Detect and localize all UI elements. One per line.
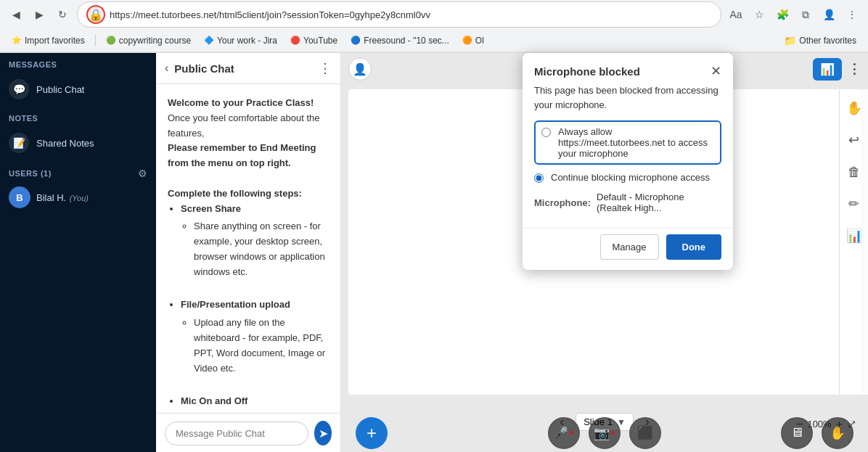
done-button[interactable]: Done (666, 234, 722, 260)
users-header: USERS (1) ⚙ (0, 160, 156, 182)
radio-block[interactable] (534, 173, 544, 183)
screen-share-button[interactable]: ⬛ (629, 417, 661, 449)
dialog-close-button[interactable]: ✕ (711, 63, 721, 79)
pen-button[interactable]: ✏ (843, 192, 866, 215)
send-button[interactable]: ➤ (314, 421, 332, 445)
fav-label: Freesound - "10 sec... (364, 36, 449, 46)
chat-input-area: ➤ (156, 413, 340, 452)
notes-section-label: NOTES (0, 107, 156, 126)
notes-icon: 📝 (9, 133, 29, 153)
users-label: USERS (1) (9, 169, 52, 178)
messages-section-label: MESSAGES (0, 53, 156, 72)
dialog-header: Microphone blocked ✕ (523, 53, 733, 83)
chat-panel: ‹ Public Chat ⋮ Welcome to your Practice… (156, 53, 341, 452)
youtube-icon: 🔴 (290, 36, 300, 46)
microphone-blocked-dialog: Microphone blocked ✕ This page has been … (523, 53, 733, 270)
fav-ol[interactable]: 🟠 Ol (456, 33, 490, 48)
camera-off-button[interactable]: 📷✕ (589, 417, 621, 449)
chat-messages: Welcome to your Practice Class! Once you… (156, 84, 340, 413)
sidebar-user: B Bilal H. (You) (0, 182, 156, 213)
chat-title: Public Chat (174, 62, 319, 75)
fav-label: copywriting course (119, 36, 191, 46)
ol-icon: 🟠 (462, 36, 472, 46)
shared-notes-label: Shared Notes (36, 138, 94, 149)
fav-youtube[interactable]: 🔴 YouTube (284, 33, 343, 48)
option-block-label: Continue blocking microphone access (551, 172, 710, 183)
user-name: Bilal H. (36, 192, 66, 203)
bottom-center-buttons: 🎤✕ 📷✕ ⬛ (548, 417, 661, 449)
favorites-bar: ⭐ Import favorites 🟢 copywriting course … (0, 29, 868, 52)
fav-label: Other favorites (799, 36, 856, 46)
refresh-button[interactable]: ↻ (52, 4, 73, 25)
fav-import-favorites[interactable]: ⭐ Import favorites (6, 33, 91, 48)
delete-button[interactable]: 🗑 (843, 160, 866, 184)
extension-icon[interactable]: 🧩 (772, 4, 793, 25)
fav-copywriting[interactable]: 🟢 copywriting course (100, 33, 197, 48)
dialog-option-1[interactable]: Always allow https://meet.tutorbees.net … (534, 120, 721, 165)
freesound-icon: 🔵 (351, 36, 361, 46)
hand-tool-button[interactable]: ✋ (843, 96, 866, 120)
copywriting-icon: 🟢 (106, 36, 116, 46)
fav-label: Import favorites (25, 36, 85, 46)
dialog-title: Microphone blocked (534, 65, 640, 78)
dialog-footer: Manage Done (523, 228, 733, 270)
mic-row: Microphone: Default - Microphone (Realte… (534, 187, 721, 221)
fav-separator (95, 35, 96, 46)
annotation-button[interactable]: 📊 (843, 224, 866, 247)
add-button[interactable]: + (356, 417, 388, 449)
fav-label: YouTube (303, 36, 337, 46)
sidebar-item-shared-notes[interactable]: 📝 Shared Notes (0, 126, 156, 160)
fav-yourwork[interactable]: 🔷 Your work - Jira (198, 33, 283, 48)
right-toolbar: ✋ ↩ 🗑 ✏ 📊 (839, 89, 868, 395)
bookmark-icon[interactable]: ☆ (749, 4, 769, 25)
more-icon[interactable]: ⋮ (842, 4, 862, 25)
chat-input[interactable] (165, 422, 308, 445)
sidebar-item-public-chat[interactable]: 💬 Public Chat (0, 72, 156, 107)
main-content: 👤 📊 ⋮ This slide left blank for whiteboa… (341, 53, 868, 452)
public-chat-label: Public Chat (36, 84, 84, 95)
bottom-toolbar: + 🎤✕ 📷✕ ⬛ 🖥 ✋ (341, 413, 868, 452)
mic-value: Default - Microphone (Realtek High... (597, 192, 721, 213)
radio-allow[interactable] (541, 128, 551, 137)
mic-label: Microphone: (534, 197, 591, 208)
poll-icon: 📊 (820, 62, 835, 76)
jira-icon: 🔷 (204, 36, 214, 46)
back-button[interactable]: ◀ (6, 4, 26, 25)
import-icon: ⭐ (12, 36, 22, 46)
undo-button[interactable]: ↩ (843, 128, 866, 152)
present-button[interactable]: 🖥 (781, 417, 813, 449)
mic-mute-button[interactable]: 🎤✕ (548, 417, 580, 449)
tab-manager-icon[interactable]: ⧉ (795, 4, 816, 25)
fav-label: Ol (475, 36, 484, 46)
dialog-body: This page has been blocked from accessin… (523, 83, 733, 228)
sidebar: MESSAGES 💬 Public Chat NOTES 📝 Shared No… (0, 53, 156, 452)
aa-icon[interactable]: Aa (726, 4, 746, 25)
url-text: https://meet.tutorbees.net/html5client/j… (110, 9, 430, 20)
gear-icon[interactable]: ⚙ (138, 168, 147, 179)
manage-button[interactable]: Manage (600, 234, 659, 260)
folder-icon: 📁 (784, 35, 796, 46)
chat-icon: 💬 (9, 79, 29, 99)
dialog-option-2[interactable]: Continue blocking microphone access (534, 168, 721, 187)
bottom-right-buttons: 🖥 ✋ (781, 417, 853, 449)
profile-icon[interactable]: 👤 (819, 4, 839, 25)
option-allow-label: Always allow https://meet.tutorbees.net … (558, 126, 714, 159)
address-bar[interactable]: 🔒 https://meet.tutorbees.net/html5client… (77, 1, 721, 28)
forward-button[interactable]: ▶ (29, 4, 49, 25)
poll-button[interactable]: 📊 (813, 58, 842, 81)
dialog-description: This page has been blocked from accessin… (534, 83, 721, 112)
chat-message: Welcome to your Practice Class! Once you… (168, 96, 329, 413)
nav-bar: ◀ ▶ ↻ 🔒 https://meet.tutorbees.net/html5… (0, 0, 868, 29)
user-you-label: (You) (70, 194, 89, 202)
fav-label: Your work - Jira (217, 36, 277, 46)
user-profile-button[interactable]: 👤 (348, 57, 372, 81)
avatar: B (9, 186, 30, 208)
chat-header: ‹ Public Chat ⋮ (156, 53, 340, 84)
chat-options-button[interactable]: ⋮ (319, 60, 332, 76)
lock-icon: 🔒 (86, 5, 105, 24)
raise-hand-button[interactable]: ✋ (822, 417, 853, 449)
kebab-menu-button[interactable]: ⋮ (848, 61, 861, 77)
chat-back-button[interactable]: ‹ (165, 62, 168, 75)
fav-freesound[interactable]: 🔵 Freesound - "10 sec... (345, 33, 455, 48)
fav-other-favorites[interactable]: 📁 Other favorites (778, 33, 862, 49)
